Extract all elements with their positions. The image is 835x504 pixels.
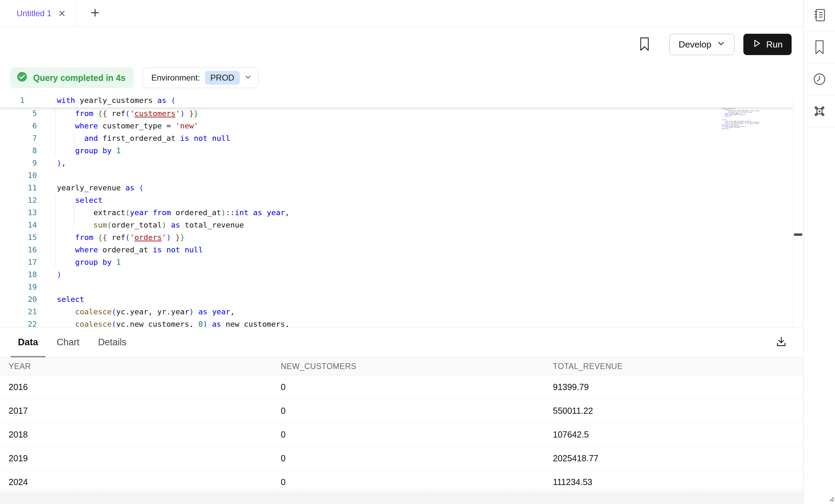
table-cell: 107642.5 [553,430,803,440]
table-row: 2016091399.79 [0,375,803,399]
bookmark-icon [813,40,826,56]
run-button[interactable]: Run [743,34,792,55]
sidebar-item-bookmarks[interactable] [804,32,835,64]
model-ref-link[interactable]: orders [134,233,162,242]
sticky-scroll-line: 1with yearly_customers as ( [0,94,793,107]
line-number: 18 [0,269,37,281]
download-icon [775,344,787,349]
code-line: 14 sum(order_total) as total_revenue [0,219,793,231]
chevron-down-icon [717,39,725,50]
code-line: 11yearly_revenue as ( [0,182,793,194]
line-number: 15 [0,231,37,244]
code-line: 16 where ordered_at is not null [0,244,793,256]
results-tab-data[interactable]: Data [11,327,45,357]
editor-scrollbar-thumb[interactable] [794,233,802,236]
right-sidebar [803,0,835,504]
query-status-badge: Query completed in 4s [10,67,134,88]
line-number: 5 [0,107,37,120]
line-number: 21 [0,306,37,318]
code-line: 5 from {{ ref('customers') }} [0,107,793,120]
column-header: TOTAL_REVENUE [553,362,803,371]
app-root: Untitled 1 Develop [0,0,835,504]
line-number: 1 [0,94,37,107]
tab-divider [76,0,76,27]
download-results-button[interactable] [773,334,790,351]
model-ref-link[interactable]: customers [134,109,175,118]
line-number: 20 [0,293,37,306]
status-bar: Query completed in 4s Environment: PROD [0,62,803,94]
line-number: 11 [0,182,37,194]
code-line: 12 select [0,194,793,207]
develop-dropdown[interactable]: Develop [669,34,734,55]
line-number: 10 [0,169,37,182]
code-line: 19 [0,281,793,293]
tab-label: Untitled 1 [17,9,51,18]
table-cell: 91399.79 [553,382,803,392]
code-line: 21 coalesce(yc.year, yr.year) as year, [0,306,793,318]
column-header: NEW_CUSTOMERS [281,362,553,371]
play-icon [752,39,761,50]
code-line: 9), [0,157,793,169]
table-cell: 0 [281,430,553,440]
lineage-compass-icon [812,103,827,120]
table-cell: 0 [281,406,553,416]
results-table: YEARNEW_CUSTOMERSTOTAL_REVENUE2016091399… [0,357,803,494]
bookmark-button[interactable] [637,35,652,54]
code-line: 10 [0,169,793,182]
table-row: 20240111234.53 [0,470,803,494]
line-number: 13 [0,207,37,219]
table-cell: 0 [281,382,553,392]
check-circle-icon [16,71,28,85]
results-tabs: DataChartDetails [0,327,803,357]
new-tab-button[interactable] [90,7,101,19]
code-line: 8 group by 1 [0,145,793,157]
table-cell: 2018 [9,430,281,440]
code-editor[interactable]: 1with yearly_customers as ( 5 from {{ re… [0,94,803,327]
table-cell: 2024 [9,477,281,487]
table-cell: 111234.53 [553,477,803,487]
develop-label: Develop [679,39,711,50]
notebook-icon [812,8,827,24]
editor-scrollbar[interactable] [793,94,803,327]
table-cell: 2025418.77 [553,453,803,463]
bookmark-icon [639,37,650,52]
table-row: 20170550011.22 [0,399,803,423]
code-line: 20select [0,293,793,306]
indent-guide [74,133,74,143]
results-tab-details[interactable]: Details [91,327,134,357]
editor-toolbar: Develop Run [0,27,803,62]
results-tab-chart[interactable]: Chart [50,327,87,357]
line-number: 8 [0,145,37,157]
sidebar-item-lineage[interactable] [804,96,835,128]
environment-selector[interactable]: Environment: PROD [143,67,259,88]
line-number: 22 [0,318,37,327]
table-row: 201902025418.77 [0,447,803,470]
table-cell: 2016 [9,382,281,392]
line-number: 7 [0,132,37,145]
environment-value-badge: PROD [205,71,240,85]
line-number: 19 [0,281,37,293]
code-line: 18) [0,269,793,281]
query-status-text: Query completed in 4s [33,73,125,83]
column-header: YEAR [9,362,281,371]
line-number: 14 [0,219,37,231]
tab-untitled-1[interactable]: Untitled 1 [0,0,76,27]
table-cell: 2019 [9,453,281,463]
code-line: 1with yearly_customers as ( [0,94,793,107]
horizontal-scrollbar[interactable] [0,496,803,504]
line-number: 17 [0,256,37,269]
resize-grip-icon[interactable] [829,496,834,503]
table-row: 20180107642.5 [0,423,803,447]
table-cell: 0 [281,477,553,487]
line-number: 9 [0,157,37,169]
sidebar-item-notebook[interactable] [804,0,835,32]
chevron-down-icon [245,73,251,83]
sidebar-item-history[interactable] [804,64,835,96]
close-tab-icon[interactable] [58,9,66,18]
indent-guide [55,108,56,156]
indent-guide [55,195,56,267]
line-number: 12 [0,194,37,207]
results-panel: DataChartDetails YEARNEW_CUSTOMERSTOTAL_… [0,327,803,496]
indent-guide [74,207,74,230]
history-clock-icon [812,72,827,88]
